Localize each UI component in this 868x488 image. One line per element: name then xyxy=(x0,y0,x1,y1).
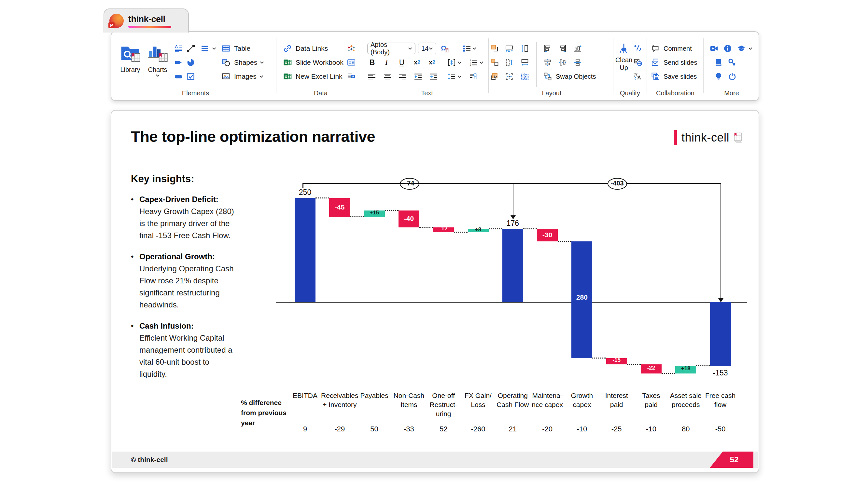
charts-button[interactable]: Charts xyxy=(146,43,169,77)
center-horizontally-button[interactable] xyxy=(544,58,552,67)
about-button[interactable] xyxy=(723,44,732,53)
chevron-down-icon[interactable] xyxy=(479,61,484,64)
pie-chart-button[interactable] xyxy=(187,58,195,67)
swap-objects-icon xyxy=(544,72,552,81)
save-slides-button[interactable]: Save slides xyxy=(651,72,697,82)
agenda-button[interactable] xyxy=(200,44,209,53)
shapes-button[interactable]: Shapes xyxy=(222,58,264,67)
rounded-rectangle-button[interactable] xyxy=(174,72,183,81)
text-box-button[interactable]: A xyxy=(174,44,183,53)
bullet-list-button[interactable] xyxy=(463,44,471,53)
subscript-button[interactable]: x2 xyxy=(411,57,423,68)
images-button[interactable]: Images xyxy=(222,72,264,82)
superscript-button[interactable]: x2 xyxy=(427,57,438,68)
align-center-button[interactable] xyxy=(383,72,392,81)
bar-value-label: +18 xyxy=(675,365,696,372)
chevron-down-icon[interactable] xyxy=(748,47,752,50)
waterfall-bar-7[interactable] xyxy=(502,229,523,302)
checkbox-button[interactable] xyxy=(187,72,195,81)
select-object-button[interactable] xyxy=(491,72,499,81)
numbered-list-button[interactable]: 123 xyxy=(469,58,477,67)
decrease-indent-button[interactable] xyxy=(414,72,422,81)
underline-button[interactable]: U xyxy=(396,57,407,68)
align-objects-bottom-button[interactable] xyxy=(574,44,582,53)
fit-text-button[interactable]: AA xyxy=(521,72,529,81)
deactivate-button[interactable] xyxy=(728,72,737,81)
align-right-button[interactable] xyxy=(399,72,407,81)
connector-button[interactable] xyxy=(187,44,195,53)
callout-button[interactable] xyxy=(174,58,183,67)
align-left-button[interactable] xyxy=(368,72,376,81)
training-button[interactable] xyxy=(737,44,746,53)
center-on-slide-button[interactable] xyxy=(505,72,514,81)
swap-objects-button[interactable]: Swap Objects xyxy=(544,72,596,82)
duplicate-object-button[interactable] xyxy=(491,44,499,53)
special-character-button[interactable]: Ω xyxy=(440,44,448,53)
step-connector-line xyxy=(661,373,675,374)
data-links-button[interactable]: Data Links xyxy=(283,43,328,53)
round-decimals-button[interactable] xyxy=(633,43,642,52)
step-connector-line xyxy=(315,197,329,198)
order-objects-button[interactable] xyxy=(491,58,499,67)
new-excel-link-button[interactable]: X New Excel Link xyxy=(283,72,342,82)
chevron-down-icon[interactable] xyxy=(212,47,216,50)
slide-workbook-button[interactable]: X Slide Workbook xyxy=(283,58,343,67)
align-middle-button[interactable] xyxy=(574,58,582,67)
same-height-button[interactable] xyxy=(521,44,529,53)
italic-button[interactable]: I xyxy=(381,57,392,68)
chevron-down-icon xyxy=(429,47,433,50)
align-objects-right-button[interactable] xyxy=(558,44,567,53)
translate-button[interactable] xyxy=(633,72,642,81)
charts-icon xyxy=(147,43,168,64)
font-name-select[interactable]: Aptos (Body) xyxy=(367,43,415,54)
pct-change-value: -50 xyxy=(702,425,739,433)
text-frame-spacing-button[interactable] xyxy=(447,58,456,67)
video-tutorials-button[interactable] xyxy=(710,44,718,53)
linked-slide-button[interactable] xyxy=(347,58,355,67)
increase-indent-button[interactable] xyxy=(429,72,438,81)
bar-value-label: -30 xyxy=(537,231,558,239)
chevron-down-icon xyxy=(408,47,412,50)
user-manual-button[interactable] xyxy=(714,58,723,67)
bracket-value-label: -74 xyxy=(400,178,420,190)
text-link-button[interactable]: A xyxy=(347,72,355,81)
align-objects-left-button[interactable] xyxy=(544,44,552,53)
table-button[interactable]: Table xyxy=(222,43,250,53)
proofing-check-button[interactable] xyxy=(633,58,642,66)
tableau-button[interactable] xyxy=(347,44,355,53)
category-label: One-off Restruct- uring xyxy=(425,391,462,418)
chevron-down-icon[interactable] xyxy=(458,61,462,64)
powerpoint-logo-icon: P xyxy=(110,14,124,28)
pct-change-value: -10 xyxy=(563,425,601,433)
font-size-select[interactable]: 14 xyxy=(418,43,436,54)
app-window: P think-cell Library Charts A xyxy=(0,0,868,488)
chevron-down-icon[interactable] xyxy=(472,47,476,50)
same-width-button[interactable] xyxy=(521,58,529,67)
step-connector-line xyxy=(558,241,571,242)
group-separator xyxy=(276,38,276,93)
category-label: Maintena- nce capex xyxy=(528,391,566,409)
thinkcell-ribbon-tab[interactable]: P think-cell xyxy=(103,8,189,33)
difference-bracket-line xyxy=(303,183,720,184)
chevron-down-icon[interactable] xyxy=(458,75,462,78)
line-spacing-button[interactable] xyxy=(447,72,456,81)
library-button[interactable]: Library xyxy=(119,43,142,73)
pct-change-value: -25 xyxy=(598,425,636,433)
license-key-button[interactable] xyxy=(728,58,737,67)
stretch-height-button[interactable] xyxy=(505,58,514,67)
comment-button[interactable]: Comment xyxy=(651,43,692,53)
waterfall-bar-1[interactable] xyxy=(294,198,315,302)
arrowhead-icon xyxy=(510,215,516,219)
excel-link-icon: X xyxy=(283,72,292,81)
bold-button[interactable]: B xyxy=(367,57,378,68)
move-object-button[interactable] xyxy=(505,44,514,53)
table-icon xyxy=(222,44,230,53)
tips-button[interactable] xyxy=(714,72,723,81)
category-label: Free cash flow xyxy=(702,391,739,409)
send-slides-button[interactable]: Send slides xyxy=(651,58,697,67)
paragraph-marks-button[interactable] xyxy=(469,72,477,81)
step-connector-line xyxy=(696,365,710,366)
clean-up-button[interactable]: Clean Up xyxy=(615,43,632,72)
waterfall-bar-13[interactable] xyxy=(710,302,731,366)
center-vertically-button[interactable] xyxy=(558,58,567,67)
